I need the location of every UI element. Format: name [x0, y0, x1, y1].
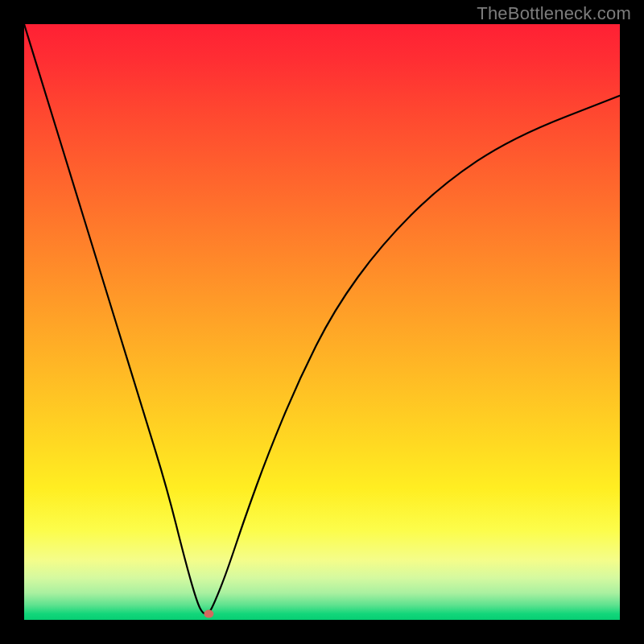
curve-svg [24, 24, 620, 620]
min-marker-icon [204, 610, 213, 618]
watermark-text: TheBottleneck.com [477, 3, 631, 24]
data-curve [24, 24, 620, 614]
plot-area [24, 24, 620, 620]
chart-frame: TheBottleneck.com [0, 0, 644, 644]
